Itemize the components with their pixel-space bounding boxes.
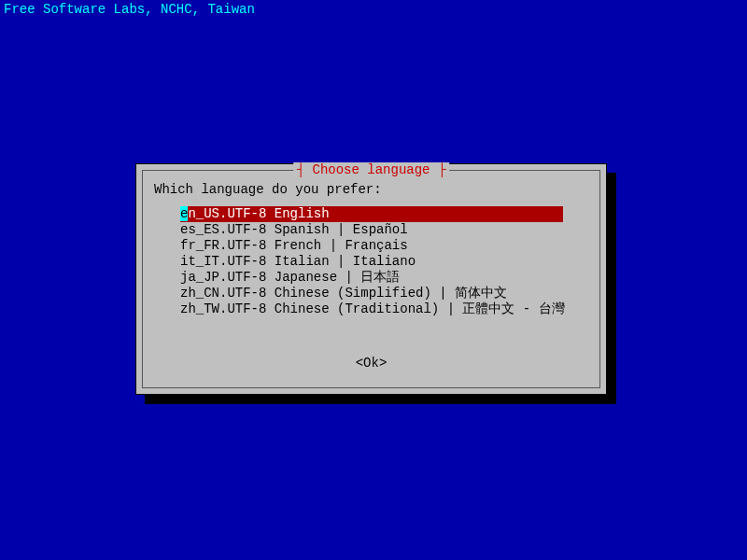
header-org: Free Software Labs, NCHC, Taiwan <box>0 0 747 19</box>
language-option[interactable]: es_ES.UTF-8 Spanish | Español <box>180 222 581 238</box>
language-option[interactable]: ja_JP.UTF-8 Japanese | 日本語 <box>180 270 581 286</box>
language-option[interactable]: zh_TW.UTF-8 Chinese (Traditional) | 正體中文… <box>180 301 581 317</box>
ok-button[interactable]: <Ok> <box>356 356 388 371</box>
dialog-border: ┤ Choose language ├ Which language do yo… <box>142 170 600 388</box>
dialog-prompt: Which language do you prefer: <box>154 182 382 197</box>
language-option[interactable]: en_US.UTF-8 English <box>180 206 563 222</box>
language-option[interactable]: it_IT.UTF-8 Italian | Italiano <box>180 254 581 270</box>
language-option[interactable]: fr_FR.UTF-8 French | Français <box>180 238 581 254</box>
language-option[interactable]: zh_CN.UTF-8 Chinese (Simplified) | 简体中文 <box>180 286 581 301</box>
language-dialog: ┤ Choose language ├ Which language do yo… <box>135 163 607 395</box>
language-list: en_US.UTF-8 Englishes_ES.UTF-8 Spanish |… <box>180 206 581 317</box>
dialog-title: ┤ Choose language ├ <box>293 162 450 177</box>
